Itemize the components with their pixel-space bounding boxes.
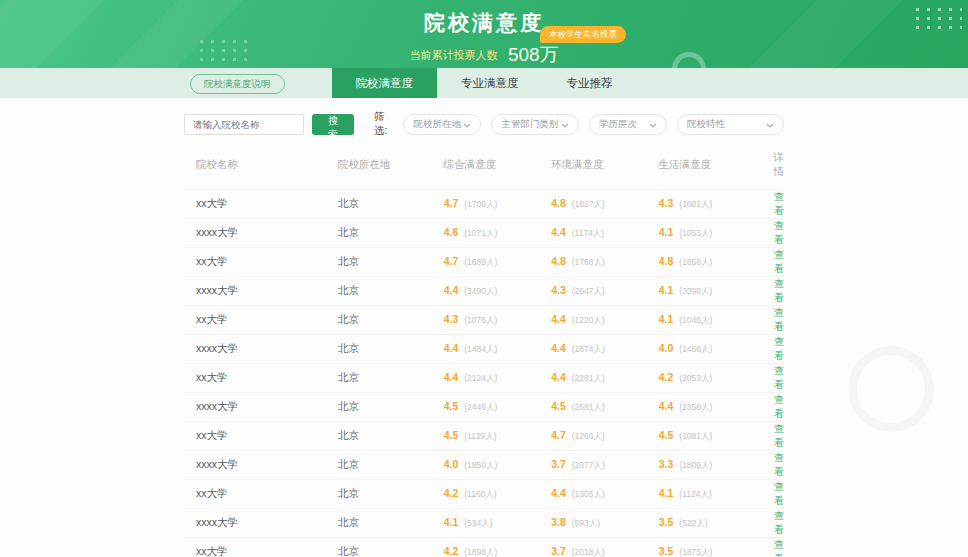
school-location: 北京 [338,313,444,327]
view-detail-link[interactable]: 查看 [774,336,784,361]
view-detail-link[interactable]: 查看 [774,307,784,332]
overall-satisfaction-cell: 4.2 (1898人) [444,545,552,557]
school-location: 北京 [338,429,444,443]
search-button[interactable]: 搜索 [312,114,354,135]
school-location: 北京 [338,545,444,557]
school-search-input[interactable] [184,114,304,135]
school-name: xxxx大学 [184,516,338,530]
dropdown-school-feature[interactable]: 院校特性 [677,114,784,135]
filter-label: 筛选: [374,110,393,138]
table-row: xxxx大学 北京 4.4 (1484人) 4.4 (1674人) 4.0 (1… [184,335,784,364]
detail-cell: 查看 [774,393,784,421]
environment-rating: 4.4 [551,342,566,354]
realname-vote-badge: 本校学生实名投票 [540,26,626,43]
school-location: 北京 [338,226,444,240]
overall-rating: 4.1 [444,516,459,528]
view-detail-link[interactable]: 查看 [774,394,784,419]
view-detail-link[interactable]: 查看 [774,539,784,557]
overall-vote-count: (1706人) [464,199,497,209]
life-satisfaction-cell: 4.1 (3390人) [659,284,774,298]
school-location: 北京 [338,255,444,269]
environment-rating: 4.8 [551,255,566,267]
life-satisfaction-cell: 4.1 (1046人) [659,313,774,327]
dropdown-school-location[interactable]: 院校所在地 [403,114,481,135]
environment-vote-count: (1174人) [572,228,604,238]
table-row: xxxx大学 北京 4.1 (534人) 3.8 (593人) 3.5 (522… [184,509,784,538]
view-detail-link[interactable]: 查看 [774,452,784,477]
main-content: 搜索 筛选: 院校所在地 主管部门类别 学历层次 院校特性 院校名称 院校所在地 [0,98,968,557]
environment-vote-count: (1220人) [572,315,605,325]
col-header-detail: 详情 [773,151,784,179]
school-name: xxxx大学 [184,284,338,298]
life-rating: 4.8 [659,255,674,267]
detail-cell: 查看 [774,509,784,537]
overall-rating: 4.7 [444,197,459,209]
dropdown-authority-type[interactable]: 主管部门类别 [491,114,579,135]
view-detail-link[interactable]: 查看 [774,423,784,448]
life-satisfaction-cell: 3.3 (1809人) [659,458,774,472]
school-location: 北京 [338,371,444,385]
school-location: 北京 [338,197,444,211]
tab-school-satisfaction[interactable]: 院校满意度 [332,68,438,98]
school-name: xx大学 [184,487,338,501]
view-detail-link[interactable]: 查看 [774,278,784,303]
overall-satisfaction-cell: 4.6 (1071人) [444,226,552,240]
life-satisfaction-cell: 3.5 (1875人) [659,545,774,557]
overall-satisfaction-cell: 4.7 (1706人) [444,197,552,211]
overall-vote-count: (1689人) [464,257,497,267]
tab-major-satisfaction[interactable]: 专业满意度 [437,68,543,98]
table-row: xx大学 北京 4.2 (1160人) 4.4 (1305人) 4.1 (112… [184,480,784,509]
dropdown-education-level[interactable]: 学历层次 [589,114,667,135]
life-vote-count: (1466人) [679,344,712,354]
environment-satisfaction-cell: 4.4 (1305人) [551,487,659,501]
col-header-overall: 综合满意度 [444,158,551,172]
detail-cell: 查看 [774,451,784,479]
detail-cell: 查看 [774,364,784,392]
overall-satisfaction-cell: 4.1 (534人) [444,516,552,530]
environment-rating: 4.4 [551,371,566,383]
life-rating: 3.5 [659,516,674,528]
environment-satisfaction-cell: 4.7 (1266人) [551,429,659,443]
table-row: xx大学 北京 4.7 (1689人) 4.8 (1768人) 4.8 (165… [184,248,784,277]
overall-vote-count: (1484人) [464,344,497,354]
view-detail-link[interactable]: 查看 [774,249,784,274]
satisfaction-info-button[interactable]: 院校满意度说明 [190,74,285,94]
environment-vote-count: (593人) [572,518,600,528]
environment-vote-count: (1674人) [572,344,605,354]
school-name: xx大学 [184,255,338,269]
overall-vote-count: (2124人) [464,373,497,383]
col-header-life: 生活满意度 [658,158,773,172]
life-satisfaction-cell: 4.8 (1658人) [659,255,774,269]
view-detail-link[interactable]: 查看 [774,220,784,245]
overall-satisfaction-cell: 4.7 (1689人) [444,255,552,269]
life-rating: 4.0 [659,342,674,354]
overall-vote-count: (2446人) [464,402,497,412]
environment-satisfaction-cell: 3.7 (2018人) [551,545,659,557]
view-detail-link[interactable]: 查看 [774,191,784,216]
school-name: xx大学 [184,545,338,557]
life-satisfaction-cell: 4.4 (2358人) [659,400,774,414]
detail-cell: 查看 [774,306,784,334]
chevron-down-icon [561,119,569,130]
life-rating: 4.5 [659,429,674,441]
dropdown-label: 院校特性 [687,118,725,131]
life-satisfaction-cell: 3.5 (522人) [659,516,774,530]
overall-rating: 4.0 [444,458,459,470]
environment-rating: 4.4 [551,487,566,499]
view-detail-link[interactable]: 查看 [774,481,784,506]
environment-rating: 4.4 [551,313,566,325]
view-detail-link[interactable]: 查看 [774,510,784,535]
environment-rating: 4.4 [551,226,566,238]
page-title: 院校满意度 [424,9,544,37]
table-body: xx大学 北京 4.7 (1706人) 4.8 (1827人) 4.3 (168… [184,190,784,557]
tab-major-recommend[interactable]: 专业推荐 [543,68,637,98]
environment-vote-count: (2077人) [572,460,605,470]
life-vote-count: (1124人) [679,489,711,499]
detail-cell: 查看 [774,480,784,508]
environment-satisfaction-cell: 4.8 (1827人) [551,197,659,211]
overall-vote-count: (1076人) [464,315,497,325]
view-detail-link[interactable]: 查看 [774,365,784,390]
overall-rating: 4.3 [444,313,459,325]
overall-rating: 4.7 [444,255,459,267]
life-rating: 3.5 [659,545,674,557]
